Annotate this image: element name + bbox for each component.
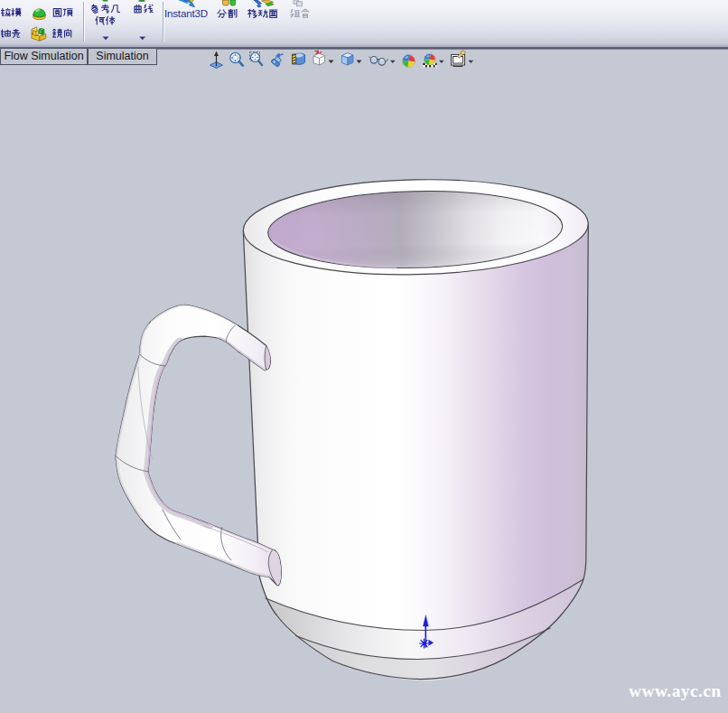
svg-text:Instant3D: Instant3D — [164, 7, 208, 19]
